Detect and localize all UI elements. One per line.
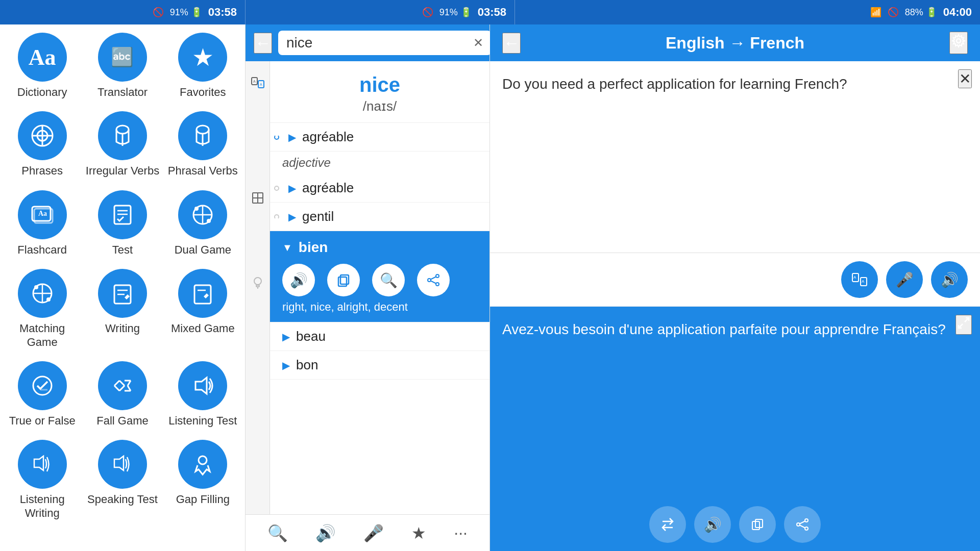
svg-line-32 — [114, 386, 119, 391]
app-item-fall-game[interactable]: Fall Game — [84, 361, 160, 428]
app-item-dictionary[interactable]: Aa Dictionary — [4, 33, 80, 99]
translator-input-actions: AA 🎤 🔊 — [490, 253, 980, 307]
translator-swap-button[interactable] — [649, 506, 686, 543]
status-bar-right: 📶 🚫 88% 🔋 04:00 — [514, 0, 980, 24]
dictionary-label: Dictionary — [17, 86, 67, 99]
svg-point-72 — [805, 527, 808, 530]
app-item-flashcard[interactable]: Aa Flashcard — [4, 190, 80, 257]
listening-test-icon — [178, 361, 227, 410]
svg-line-73 — [800, 521, 805, 524]
dict-entry-bien-actions: 🔊 🔍 — [282, 264, 477, 296]
app-item-test[interactable]: Test — [84, 190, 160, 257]
translator-input-box: Do you need a perfect application for le… — [490, 61, 980, 253]
app-item-favorites[interactable]: ★ Favorites — [165, 33, 241, 99]
matching-game-label: Matching Game — [4, 322, 80, 349]
dict-nav-audio[interactable]: 🔊 — [307, 519, 344, 547]
app-item-gap-filling[interactable]: Gap Filling — [165, 440, 241, 520]
dict-entry-beau[interactable]: ▶ beau — [270, 322, 489, 351]
app-item-true-or-false[interactable]: True or False — [4, 361, 80, 428]
app-item-irregular-verbs[interactable]: Irregular Verbs — [84, 111, 160, 178]
app-item-listening-writing[interactable]: Listening Writing — [4, 440, 80, 520]
dict-nav-favorites[interactable]: ★ — [403, 519, 434, 547]
translator-output-share-button[interactable] — [784, 506, 821, 543]
signal-icon-left: 🚫 — [153, 7, 164, 18]
dict-sidebar-bulb-icon[interactable] — [247, 271, 269, 297]
battery-middle: 91% 🔋 — [439, 7, 472, 18]
dict-sidebar-translate-icon[interactable]: AA — [247, 71, 269, 97]
svg-rect-27 — [194, 285, 211, 304]
dict-entry-bon[interactable]: ▶ bon — [270, 351, 489, 380]
dict-sidebar-puzzle-icon[interactable] — [247, 187, 269, 212]
status-bar-middle: 🚫 91% 🔋 03:58 — [245, 0, 514, 24]
true-or-false-icon — [18, 361, 67, 410]
dict-entry-gentil[interactable]: ▶ gentil — [270, 203, 489, 231]
svg-point-57 — [428, 279, 431, 282]
app-grid-panel: Aa Dictionary 🔤 Translator ★ Favorites — [0, 24, 245, 551]
flashcard-icon: Aa — [18, 190, 67, 239]
bien-audio-button[interactable]: 🔊 — [282, 264, 315, 296]
svg-rect-55 — [340, 275, 349, 284]
translator-input-text: Do you need a perfect application for le… — [502, 73, 968, 95]
svg-text:A: A — [253, 80, 256, 83]
favorites-icon: ★ — [178, 33, 227, 82]
dict-entry-agreable2[interactable]: ▶ agréable — [270, 174, 489, 203]
dict-nav-search[interactable]: 🔍 — [259, 519, 296, 547]
svg-point-42 — [199, 456, 207, 464]
translator-translate-icon-button[interactable]: AA — [841, 261, 878, 298]
translator-output-audio-button[interactable]: 🔊 — [694, 506, 731, 543]
dict-word-phonetic: /naɪs/ — [278, 98, 481, 114]
bien-copy-button[interactable] — [327, 264, 360, 296]
dict-entry-bien[interactable]: ▼ bien 🔊 🔍 right, nice, al — [270, 231, 489, 322]
app-item-matching-game[interactable]: Matching Game — [4, 269, 80, 349]
translator-close-button[interactable]: ✕ — [958, 69, 972, 88]
translator-audio-button[interactable]: 🔊 — [931, 261, 968, 298]
svg-point-18 — [207, 219, 211, 223]
status-bar-left: 🚫 91% 🔋 03:58 — [0, 0, 245, 24]
app-item-dual-game[interactable]: Dual Game — [165, 190, 241, 257]
translator-title: English → French — [529, 34, 941, 53]
svg-point-17 — [194, 207, 199, 211]
svg-rect-52 — [256, 285, 259, 287]
listening-writing-icon — [18, 440, 67, 489]
app-item-mixed-game[interactable]: Mixed Game — [165, 269, 241, 349]
dict-entry-agreable1[interactable]: ▶ agréable — [270, 123, 489, 152]
app-item-phrases[interactable]: Phrases — [4, 111, 80, 178]
svg-text:Aa: Aa — [38, 210, 47, 217]
translator-mic-button[interactable]: 🎤 — [886, 261, 923, 298]
translator-settings-button[interactable] — [949, 32, 968, 54]
app-item-phrasal-verbs[interactable]: Phrasal Verbs — [165, 111, 241, 178]
bien-text: bien — [299, 239, 328, 256]
dict-nav-more[interactable]: ··· — [446, 519, 476, 546]
phrasal-verbs-icon — [178, 111, 227, 160]
app-item-translator[interactable]: 🔤 Translator — [84, 33, 160, 99]
bien-search-button[interactable]: 🔍 — [372, 264, 405, 296]
translator-output-copy-button[interactable] — [739, 506, 776, 543]
speaking-test-label: Speaking Test — [87, 493, 158, 506]
flashcard-label: Flashcard — [17, 243, 67, 257]
svg-line-31 — [114, 381, 119, 386]
app-item-speaking-test[interactable]: Speaking Test — [84, 440, 160, 520]
dict-nav-mic[interactable]: 🎤 — [355, 519, 392, 547]
translator-output-box: Avez-vous besoin d'une application parfa… — [490, 307, 980, 498]
bien-share-button[interactable] — [417, 264, 450, 296]
dict-search-input[interactable] — [286, 35, 469, 51]
svg-rect-49 — [258, 193, 263, 198]
app-item-writing[interactable]: Writing — [84, 269, 160, 349]
translator-expand-button[interactable] — [955, 315, 972, 335]
dict-search-clear-button[interactable]: ✕ — [473, 36, 483, 50]
translator-back-button[interactable]: ← — [502, 33, 521, 54]
translator-label: Translator — [97, 86, 148, 99]
svg-point-58 — [436, 283, 439, 286]
svg-marker-40 — [34, 456, 43, 470]
translator-content: Do you need a perfect application for le… — [490, 61, 980, 551]
app-item-listening-test[interactable]: Listening Test — [165, 361, 241, 428]
irregular-verbs-icon — [98, 111, 147, 160]
svg-point-61 — [957, 39, 961, 43]
gentil-text: gentil — [302, 209, 334, 224]
phrases-label: Phrases — [21, 164, 63, 178]
speaking-test-icon — [98, 440, 147, 489]
dict-content: nice /naɪs/ ▶ agréable adjective — [270, 61, 489, 514]
translator-icon: 🔤 — [98, 33, 147, 82]
svg-rect-54 — [338, 277, 347, 286]
dict-back-button[interactable]: ← — [254, 33, 272, 54]
